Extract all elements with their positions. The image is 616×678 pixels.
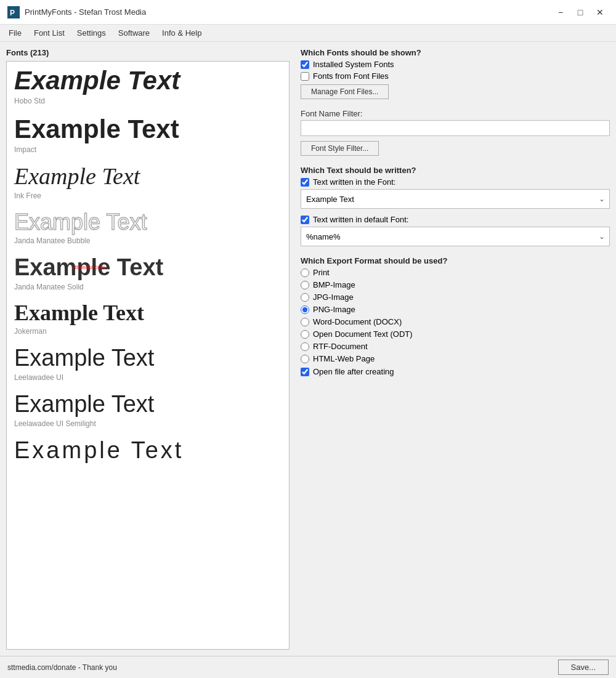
font-files-label: Fonts from Font Files xyxy=(313,71,389,81)
font-preview-last: Example Text xyxy=(14,438,282,464)
export-png-row: PNG-Image xyxy=(301,305,610,314)
font-style-filter-button[interactable]: Font Style Filter... xyxy=(301,141,379,156)
export-rtf-radio[interactable] xyxy=(301,342,309,351)
list-item[interactable]: Example Text Leelawadee UI Semilight xyxy=(14,392,282,433)
font-name-leelawadee: Leelawadee UI xyxy=(14,373,282,382)
text-in-default-checkbox[interactable] xyxy=(301,216,309,224)
font-name-leelawadee-semi: Leelawadee UI Semilight xyxy=(14,419,282,428)
export-print-row: Print xyxy=(301,268,610,277)
font-files-checkbox[interactable] xyxy=(301,72,309,81)
maximize-button[interactable]: □ xyxy=(572,5,589,20)
list-item[interactable]: Example Text Jokerman xyxy=(14,301,282,341)
font-name-filter-label: Font Name Filter: xyxy=(301,109,610,118)
text-section: Which Text should be written? Text writt… xyxy=(301,166,610,246)
export-html-label: HTML-Web Page xyxy=(313,354,375,363)
export-jpg-label: JPG-Image xyxy=(313,293,354,302)
right-panel: Which Fonts should be shown? Installed S… xyxy=(296,48,610,650)
font-name-jokerman: Jokerman xyxy=(14,327,282,336)
export-bmp-row: BMP-Image xyxy=(301,280,610,289)
font-preview-leelawadee-semi: Example Text xyxy=(14,392,282,418)
export-section-title: Which Export Format should be used? xyxy=(301,256,610,265)
export-html-radio[interactable] xyxy=(301,355,309,363)
font-files-row: Fonts from Font Files xyxy=(301,71,610,81)
font-preview-hobo: Example Text xyxy=(14,67,282,95)
installed-fonts-checkbox[interactable] xyxy=(301,60,309,69)
export-print-radio[interactable] xyxy=(301,268,309,277)
menu-info-help[interactable]: Info & Help xyxy=(156,26,208,40)
export-docx-radio[interactable] xyxy=(301,318,309,326)
export-rtf-label: RTF-Document xyxy=(313,342,368,351)
export-odt-radio[interactable] xyxy=(301,330,309,339)
export-jpg-radio[interactable] xyxy=(301,293,309,302)
font-name-hobo: Hobo Std xyxy=(14,97,282,105)
export-jpg-row: JPG-Image xyxy=(301,293,610,302)
font-filter-section: Font Name Filter: Font Style Filter... xyxy=(301,109,610,156)
export-docx-row: Word-Document (DOCX) xyxy=(301,317,610,326)
title-bar-left: P PrintMyFonts - Stefan Trost Media xyxy=(7,6,146,18)
left-panel: Fonts (213) Example Text Hobo Std Exampl… xyxy=(6,48,290,650)
window-controls: − □ ✕ xyxy=(552,5,609,20)
text-section-title: Which Text should be written? xyxy=(301,166,610,175)
list-item[interactable]: Example Text xyxy=(14,438,282,469)
font-text-select-wrapper: Example Text Custom Text ABCabc123 Alpha… xyxy=(301,189,610,209)
list-item[interactable]: Example Text Ink Free xyxy=(14,164,282,205)
fonts-shown-section: Which Fonts should be shown? Installed S… xyxy=(301,48,610,99)
list-item[interactable]: Example Text Impact xyxy=(14,115,282,159)
font-preview-jokerman: Example Text xyxy=(14,301,282,326)
font-preview-impact: Example Text xyxy=(14,115,282,143)
font-text-select[interactable]: Example Text Custom Text ABCabc123 Alpha… xyxy=(301,189,610,209)
installed-fonts-row: Installed System Fonts xyxy=(301,60,610,69)
export-png-label: PNG-Image xyxy=(313,305,355,314)
minimize-button[interactable]: − xyxy=(552,5,569,20)
menu-software[interactable]: Software xyxy=(112,26,156,40)
font-preview-inkfree: Example Text xyxy=(14,164,282,190)
export-odt-row: Open Document Text (ODT) xyxy=(301,329,610,339)
default-text-select-wrapper: %name% Custom Font Name ⌄ xyxy=(301,227,610,246)
font-name-filter-input[interactable] xyxy=(301,120,610,136)
default-text-select[interactable]: %name% Custom Font Name xyxy=(301,227,610,246)
status-bar: sttmedia.com/donate - Thank you Save... xyxy=(0,656,616,678)
export-png-radio[interactable] xyxy=(301,305,309,314)
save-button[interactable]: Save... xyxy=(558,660,609,675)
text-in-default-row: Text written in default Font: xyxy=(301,215,610,224)
font-preview-janda-bubble: Example Text xyxy=(14,210,282,235)
menu-bar: File Font List Settings Software Info & … xyxy=(0,25,616,42)
font-preview-leelawadee: Example Text xyxy=(14,345,282,371)
app-title: PrintMyFonts - Stefan Trost Media xyxy=(25,7,146,17)
export-rtf-row: RTF-Document xyxy=(301,342,610,351)
menu-settings[interactable]: Settings xyxy=(71,26,112,40)
text-in-default-label: Text written in default Font: xyxy=(313,215,408,224)
export-print-label: Print xyxy=(313,268,330,277)
list-item[interactable]: Example Text Hobo Std xyxy=(14,67,282,110)
font-name-janda-bubble: Janda Manatee Bubble xyxy=(14,236,282,245)
menu-file[interactable]: File xyxy=(2,26,28,40)
installed-fonts-label: Installed System Fonts xyxy=(313,60,394,69)
export-section: Which Export Format should be used? Prin… xyxy=(301,256,610,379)
export-bmp-label: BMP-Image xyxy=(313,280,355,289)
font-name-impact: Impact xyxy=(14,145,282,154)
export-docx-label: Word-Document (DOCX) xyxy=(313,317,402,326)
font-preview-janda-solid: Example Text sttmedia.com xyxy=(14,255,163,281)
font-list[interactable]: Example Text Hobo Std Example Text Impac… xyxy=(6,61,290,650)
open-after-label: Open file after creating xyxy=(313,367,394,376)
font-name-inkfree: Ink Free xyxy=(14,192,282,200)
text-in-font-checkbox[interactable] xyxy=(301,178,309,187)
status-text: sttmedia.com/donate - Thank you xyxy=(7,663,117,672)
menu-font-list[interactable]: Font List xyxy=(28,26,71,40)
manage-font-files-button[interactable]: Manage Font Files... xyxy=(301,84,389,99)
export-odt-label: Open Document Text (ODT) xyxy=(313,329,413,339)
text-in-font-label: Text written in the Font: xyxy=(313,177,395,187)
export-bmp-radio[interactable] xyxy=(301,281,309,289)
main-content: Fonts (213) Example Text Hobo Std Exampl… xyxy=(0,42,616,656)
font-name-janda-solid: Janda Manatee Solid xyxy=(14,283,282,291)
list-item[interactable]: Example Text Leelawadee UI xyxy=(14,345,282,387)
fonts-shown-title: Which Fonts should be shown? xyxy=(301,48,610,57)
open-after-checkbox[interactable] xyxy=(301,368,309,376)
fonts-header: Fonts (213) xyxy=(6,48,290,57)
close-button[interactable]: ✕ xyxy=(591,5,609,20)
list-item[interactable]: Example Text Janda Manatee Bubble xyxy=(14,210,282,250)
export-html-row: HTML-Web Page xyxy=(301,354,610,363)
text-in-font-row: Text written in the Font: xyxy=(301,177,610,187)
open-after-row: Open file after creating xyxy=(301,367,610,376)
list-item[interactable]: Example Text sttmedia.com Janda Manatee … xyxy=(14,255,282,296)
